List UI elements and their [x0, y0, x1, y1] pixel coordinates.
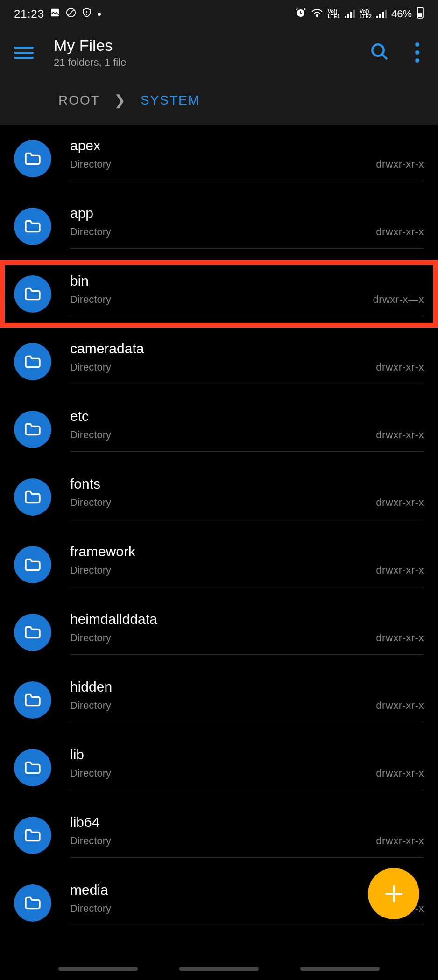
chevron-right-icon: ❯	[114, 92, 127, 108]
file-name: framework	[70, 544, 135, 560]
battery-percent: 46%	[391, 8, 412, 20]
folder-icon	[14, 478, 51, 516]
folder-icon	[14, 817, 51, 854]
file-type: Directory	[70, 903, 111, 915]
file-info: binDirectorydrwxr-x—x	[70, 271, 424, 316]
file-type: Directory	[70, 564, 111, 576]
file-type: Directory	[70, 700, 111, 712]
app-header: My Files 21 folders, 1 file	[0, 28, 438, 78]
file-permissions: drwxr-xr-x	[376, 767, 424, 779]
file-info: heimdallddataDirectorydrwxr-xr-x	[70, 609, 424, 655]
file-name: cameradata	[70, 341, 144, 357]
page-title: My Files	[54, 36, 370, 55]
status-left: 21:23	[14, 7, 101, 21]
more-icon[interactable]	[415, 42, 419, 63]
svg-rect-9	[419, 7, 422, 7]
folder-icon	[14, 343, 51, 380]
file-name: hidden	[70, 679, 112, 695]
signal-icon	[376, 10, 387, 18]
list-item[interactable]: etcDirectorydrwxr-xr-x	[0, 395, 438, 463]
folder-icon	[14, 749, 51, 786]
file-info: libDirectorydrwxr-xr-x	[70, 745, 424, 790]
list-item[interactable]: apexDirectorydrwxr-xr-x	[0, 125, 438, 192]
breadcrumb-root[interactable]: ROOT	[58, 93, 100, 108]
add-button[interactable]	[368, 868, 419, 919]
file-name: app	[70, 205, 93, 221]
signal-icon	[345, 10, 355, 18]
breadcrumb-current[interactable]: SYSTEM	[141, 93, 200, 108]
file-info: cameradataDirectorydrwxr-xr-x	[70, 339, 424, 384]
file-type: Directory	[70, 361, 111, 373]
file-info: appDirectorydrwxr-xr-x	[70, 203, 424, 249]
breadcrumb: ROOT ❯ SYSTEM	[0, 78, 438, 125]
file-name: lib	[70, 747, 84, 763]
file-type: Directory	[70, 632, 111, 644]
file-name: apex	[70, 138, 100, 154]
file-info: hiddenDirectorydrwxr-xr-x	[70, 677, 424, 722]
list-item[interactable]: frameworkDirectorydrwxr-xr-x	[0, 531, 438, 598]
file-permissions: drwxr-xr-x	[376, 632, 424, 644]
status-bar: 21:23 Vo))LTE1 Vo))LTE2 46%	[0, 0, 438, 28]
file-type: Directory	[70, 767, 111, 779]
list-item[interactable]: fontsDirectorydrwxr-xr-x	[0, 463, 438, 531]
file-name: media	[70, 882, 108, 898]
file-name: etc	[70, 408, 89, 424]
file-info: apexDirectorydrwxr-xr-x	[70, 136, 424, 181]
menu-icon[interactable]	[14, 41, 37, 64]
shield-icon	[82, 7, 92, 21]
folder-icon	[14, 546, 51, 583]
list-item[interactable]: heimdallddataDirectorydrwxr-xr-x	[0, 598, 438, 666]
nav-recent[interactable]	[58, 967, 138, 971]
header-titles: My Files 21 folders, 1 file	[54, 36, 370, 69]
svg-point-6	[316, 15, 318, 16]
dnd-icon	[66, 7, 76, 21]
lte1-indicator: Vo))LTE1	[328, 9, 340, 19]
nav-home[interactable]	[179, 967, 259, 971]
nav-bar	[0, 961, 438, 980]
status-right: Vo))LTE1 Vo))LTE2 46%	[295, 7, 424, 21]
file-info: frameworkDirectorydrwxr-xr-x	[70, 542, 424, 587]
folder-icon	[14, 884, 51, 922]
folder-icon	[14, 208, 51, 245]
svg-rect-8	[418, 13, 422, 17]
notification-dot-icon	[98, 13, 101, 16]
status-time: 21:23	[14, 7, 44, 21]
file-permissions: drwxr-xr-x	[376, 835, 424, 847]
folder-icon	[14, 275, 51, 313]
list-item[interactable]: cameradataDirectorydrwxr-xr-x	[0, 328, 438, 395]
image-icon	[50, 7, 60, 21]
file-type: Directory	[70, 226, 111, 238]
wifi-icon	[311, 7, 323, 21]
svg-point-10	[372, 44, 384, 56]
file-name: heimdallddata	[70, 611, 157, 627]
list-item[interactable]: libDirectorydrwxr-xr-x	[0, 734, 438, 801]
header-actions	[370, 42, 429, 63]
search-icon[interactable]	[370, 42, 389, 63]
file-permissions: drwxr-xr-x	[376, 564, 424, 576]
file-permissions: drwxr-xr-x	[376, 497, 424, 509]
svg-line-2	[68, 10, 74, 16]
folder-icon	[14, 614, 51, 651]
file-type: Directory	[70, 497, 111, 509]
folder-icon	[14, 411, 51, 448]
file-info: lib64Directorydrwxr-xr-x	[70, 812, 424, 858]
file-info: fontsDirectorydrwxr-xr-x	[70, 474, 424, 519]
file-permissions: drwxr-xr-x	[376, 429, 424, 441]
list-item[interactable]: binDirectorydrwxr-x—x	[0, 260, 438, 328]
file-list[interactable]: apexDirectorydrwxr-xr-xappDirectorydrwxr…	[0, 125, 438, 937]
file-name: bin	[70, 273, 89, 289]
file-name: fonts	[70, 476, 100, 492]
list-item[interactable]: hiddenDirectorydrwxr-xr-x	[0, 666, 438, 734]
file-permissions: drwxr-xr-x	[376, 158, 424, 170]
list-item[interactable]: appDirectorydrwxr-xr-x	[0, 192, 438, 260]
file-permissions: drwxr-xr-x	[376, 226, 424, 238]
list-item[interactable]: lib64Directorydrwxr-xr-x	[0, 801, 438, 869]
file-type: Directory	[70, 835, 111, 847]
alarm-icon	[295, 7, 306, 21]
file-info: etcDirectorydrwxr-xr-x	[70, 406, 424, 452]
file-permissions: drwxr-x—x	[373, 294, 424, 306]
file-permissions: drwxr-xr-x	[376, 361, 424, 373]
lte2-indicator: Vo))LTE2	[360, 9, 372, 19]
nav-back[interactable]	[300, 967, 380, 971]
file-type: Directory	[70, 294, 111, 306]
